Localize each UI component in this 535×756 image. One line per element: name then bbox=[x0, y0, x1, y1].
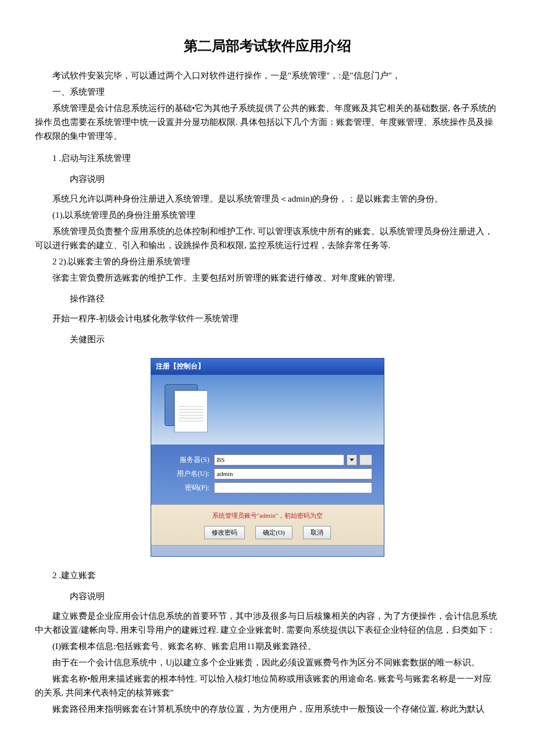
dialog-banner bbox=[151, 375, 384, 445]
ok-button[interactable]: 确定(O) bbox=[255, 526, 292, 540]
server-row: 服务器(S) BS bbox=[163, 454, 372, 465]
server-label: 服务器(S) bbox=[163, 454, 214, 465]
dialog-form: 服务器(S) BS 用户名(U): admin 密码(P): bbox=[151, 445, 384, 505]
clipboard-icon bbox=[163, 382, 209, 434]
section-1-heading: 一、系统管理 bbox=[35, 85, 500, 99]
body-paragraph: 账套名称•般用来描述账套的根本特性. 可以恰入核灯地位简称或用该账套的用途命名.… bbox=[35, 672, 500, 700]
content-heading: 内容说明 bbox=[35, 172, 500, 186]
body-paragraph: (1),以系统管理员的身份注册系统管理 bbox=[35, 208, 500, 222]
password-row: 密码(P): bbox=[163, 482, 372, 493]
password-label: 密码(P): bbox=[163, 482, 214, 493]
path-heading: 操作路径 bbox=[35, 292, 500, 306]
intro-paragraph: 考试软件安装完毕，可以通过两个入口对软件进行操作，一是"系统管理″，:是″信息门… bbox=[35, 69, 500, 83]
page-title: 第二局部考试软件应用介绍 bbox=[35, 35, 500, 57]
subsection-2-heading: 2 .建立账套 bbox=[35, 568, 500, 582]
body-paragraph: 系统管理是会计信息系统运行的基础•它为其他子系统提供了公共的账套、年度账及其它相… bbox=[35, 101, 500, 143]
dialog-screenshot: 注册【控制台】 服务器(S) BS 用户名(U): admin bbox=[35, 358, 500, 557]
password-input[interactable] bbox=[214, 482, 372, 493]
login-dialog: 注册【控制台】 服务器(S) BS 用户名(U): admin bbox=[151, 358, 384, 557]
body-paragraph: (I)账套根本信息:包括账套号、账套名称、账套启用11期及账套路径。 bbox=[35, 639, 500, 653]
body-paragraph: 开始一程序-初级会计电猱化教学软件一系统管理 bbox=[35, 311, 500, 325]
change-password-button[interactable]: 修改密码 bbox=[204, 526, 245, 540]
server-input[interactable]: BS bbox=[214, 454, 344, 465]
dialog-statusbar bbox=[151, 545, 384, 556]
dialog-footer-panel: 系统管理员账号"admin"，初始密码为空 修改密码 确定(O) 取消 bbox=[151, 504, 384, 545]
cancel-button[interactable]: 取消 bbox=[303, 526, 331, 540]
body-paragraph: 由于在一个会计信息系统中，Uj以建立多个企业账贵，因此必须设置账费号作为区分不同… bbox=[35, 655, 500, 669]
dialog-button-row: 修改密码 确定(O) 取消 bbox=[158, 526, 377, 540]
body-paragraph: 张套主管负费所选账套的维护工作。主要包括对所管理的账套进行修改、对年度账的管理, bbox=[35, 271, 500, 285]
body-paragraph: 建立账费是企业应用会计信息系统的首要环节，其中涉及很多与日后核豫相关的内容，为了… bbox=[35, 609, 500, 637]
content-heading: 内容说明 bbox=[35, 589, 500, 603]
subsection-1-heading: 1 .启动与注系统管理 bbox=[35, 151, 500, 165]
body-paragraph: 2 2).以账套主管的身份注册系统管理 bbox=[35, 255, 500, 268]
screenshot-heading: 关健图示 bbox=[35, 332, 500, 346]
username-label: 用户名(U): bbox=[163, 468, 214, 479]
username-row: 用户名(U): admin bbox=[163, 468, 372, 479]
dialog-hint: 系统管理员账号"admin"，初始密码为空 bbox=[158, 511, 377, 521]
chevron-down-icon bbox=[349, 458, 354, 461]
server-browse-button[interactable] bbox=[359, 454, 372, 465]
body-paragraph: 系统只允许以两种身份注册进入系统管理。是以系统管理员＜admin)的身份，：是以… bbox=[35, 192, 500, 206]
username-input[interactable]: admin bbox=[214, 468, 372, 479]
server-dropdown-button[interactable] bbox=[347, 454, 357, 465]
dialog-titlebar: 注册【控制台】 bbox=[151, 359, 384, 374]
body-paragraph: 系统管理员负责整个应用系统的总体控制和维护工作, 可以管理该系统中所有的账套。以… bbox=[35, 224, 500, 252]
body-paragraph: 账套路径用来指明账套在计算机系统中的存放位置，为方便用户，应用系统中一般预设一个… bbox=[35, 702, 500, 716]
